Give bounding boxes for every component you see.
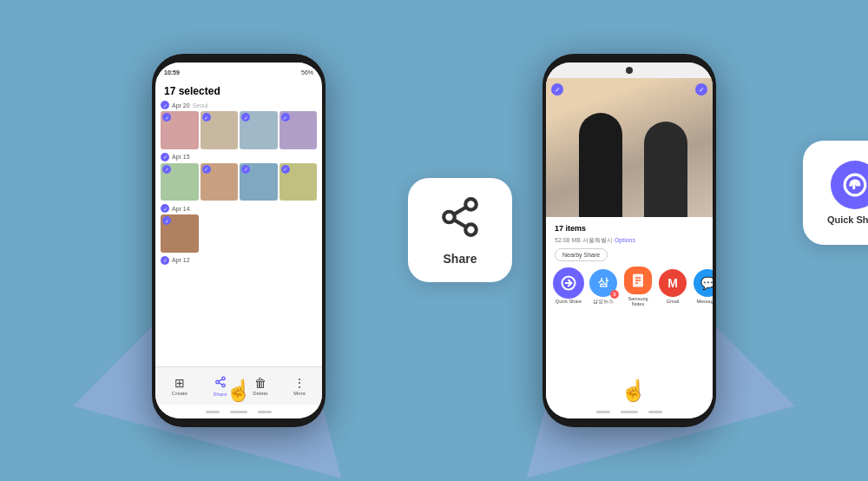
samsung-notes-label: Samsung Notes (624, 296, 652, 306)
nav-home-2[interactable] (621, 411, 638, 413)
nav-bar-1 (155, 405, 322, 418)
check-icon-apr14: ✓ (161, 204, 169, 213)
samsung-notes-icon[interactable] (624, 267, 652, 294)
quickshare-app-icon[interactable] (555, 269, 582, 297)
svg-line-8 (454, 220, 466, 227)
photo-thumb: ✓ (161, 163, 199, 201)
photo-thumb: ✓ (161, 214, 199, 253)
phone-2: ✓ ✓ 17 items 52.08 MB 서울특별시 Options Near… (542, 54, 716, 427)
share-panel: 17 items 52.08 MB 서울특별시 Options Nearby S… (546, 217, 713, 405)
create-icon: ⊞ (174, 376, 185, 390)
share-icon-toolbar (214, 376, 227, 391)
delete-icon: 🗑 (254, 376, 266, 390)
nav-home[interactable] (230, 411, 247, 413)
app-gmail[interactable]: M Gmail (659, 269, 687, 304)
items-sub-info: 52.08 MB 서울특별시 Options (555, 236, 704, 245)
app-samsung-news[interactable]: 삼 3 삼성뉴스 (589, 269, 617, 305)
photo-thumb: ✓ (279, 163, 318, 201)
app-samsung-notes[interactable]: Samsung Notes (624, 267, 652, 306)
toolbar-create-label: Create (172, 391, 187, 396)
toolbar-more-label: More (293, 391, 306, 396)
photo-thumb: ✓ (161, 111, 199, 149)
gmail-label: Gmail (667, 299, 679, 304)
camera-dot (626, 67, 633, 74)
share-box: Share (408, 178, 512, 282)
check-overlay: ✓ (202, 113, 211, 122)
check-overlay: ✓ (241, 165, 250, 174)
toolbar-delete-label: Delete (253, 391, 267, 396)
photo-thumb: ✓ (240, 163, 278, 201)
toolbar-create[interactable]: ⊞ Create (172, 376, 187, 396)
date-section-apr12: ✓ Apr 12 (161, 256, 317, 265)
date-label-apr20: Apr 20 (172, 102, 190, 109)
nav-back-2[interactable] (596, 411, 610, 413)
quick-share-circle (831, 161, 868, 209)
photo-thumb: ✓ (201, 163, 239, 201)
person-silhouette-right (644, 122, 687, 217)
date-label-apr15: Apr 15 (172, 154, 190, 160)
check-icon-apr12: ✓ (161, 256, 169, 265)
news-badge: 3 (610, 290, 619, 299)
share-icon-large (438, 195, 482, 247)
photo-thumb: ✓ (279, 111, 318, 149)
photo-preview: ✓ ✓ (546, 78, 713, 217)
date-label-apr12: Apr 12 (172, 257, 190, 263)
file-size: 52.08 MB (555, 237, 581, 243)
app-row: Quick Share 삼 3 삼성뉴스 (555, 265, 704, 306)
samsung-news-icon[interactable]: 삼 3 (589, 269, 617, 297)
app-quickshare[interactable]: Quick Share (555, 269, 582, 304)
date-section-apr20: ✓ Apr 20 Seoul ✓ ✓ ✓ (161, 101, 317, 149)
messages-icon[interactable]: 💬 (694, 269, 713, 297)
svg-line-3 (219, 382, 222, 384)
toolbar-more[interactable]: ⋮ More (293, 376, 306, 396)
gallery-body: ✓ Apr 20 Seoul ✓ ✓ ✓ (155, 99, 322, 366)
check-overlay: ✓ (281, 165, 290, 174)
check-overlay: ✓ (162, 165, 171, 174)
date-section-apr14: ✓ Apr 14 ✓ (161, 204, 317, 253)
nearby-share-button[interactable]: Nearby Share (555, 248, 608, 261)
share-popup: Share (408, 178, 512, 282)
svg-line-9 (454, 207, 466, 214)
quick-share-label: Quick Share (827, 214, 868, 225)
messages-label: Messages (696, 299, 713, 304)
location-apr20: Seoul (193, 102, 208, 109)
gmail-icon[interactable]: M (659, 269, 687, 297)
items-count: 17 items (555, 224, 704, 233)
toolbar-delete[interactable]: 🗑 Delete (253, 376, 267, 396)
photo-grid-apr20: ✓ ✓ ✓ ✓ (161, 111, 317, 149)
check-overlay: ✓ (202, 165, 211, 174)
check-overlay: ✓ (162, 113, 171, 122)
nav-recent[interactable] (258, 411, 272, 413)
left-panel: 10:59 56% 17 selected ✓ Apr 20 Seoul ✓ (43, 0, 434, 481)
samsung-news-label: 삼성뉴스 (593, 299, 614, 305)
photo-thumb: ✓ (201, 111, 239, 149)
quick-share-popup: Quick Share (803, 141, 868, 245)
notch-area (546, 63, 713, 78)
check-corner-left: ✓ (551, 83, 563, 96)
photo-thumb: ✓ (240, 111, 278, 149)
check-icon-apr15: ✓ (161, 153, 169, 161)
battery-display: 56% (301, 69, 313, 76)
options-link[interactable]: Options (615, 237, 635, 243)
date-section-apr15: ✓ Apr 15 ✓ ✓ ✓ ✓ (161, 153, 317, 201)
check-overlay: ✓ (241, 113, 250, 122)
svg-line-4 (219, 379, 222, 380)
photo-grid-apr14: ✓ (161, 214, 317, 253)
nav-recent-2[interactable] (648, 411, 662, 413)
nav-back[interactable] (206, 411, 220, 413)
finger-cursor-1: ☝️ (226, 379, 252, 403)
time-display: 10:59 (164, 69, 180, 76)
app-messages[interactable]: 💬 Messages (694, 269, 713, 304)
finger-cursor-2: ☝️ (621, 379, 647, 403)
photo-preview-inner (546, 78, 713, 217)
more-icon: ⋮ (293, 376, 306, 390)
nav-bar-2 (546, 405, 713, 418)
person-silhouette-left (579, 113, 622, 217)
gallery-header: 17 selected (155, 82, 322, 99)
share-popup-label: Share (444, 252, 477, 266)
quick-share-box: Quick Share (803, 141, 868, 245)
status-bar-1: 10:59 56% (155, 63, 322, 82)
date-label-apr14: Apr 14 (172, 206, 190, 212)
quickshare-label: Quick Share (556, 299, 582, 304)
check-icon-apr20: ✓ (161, 101, 169, 109)
